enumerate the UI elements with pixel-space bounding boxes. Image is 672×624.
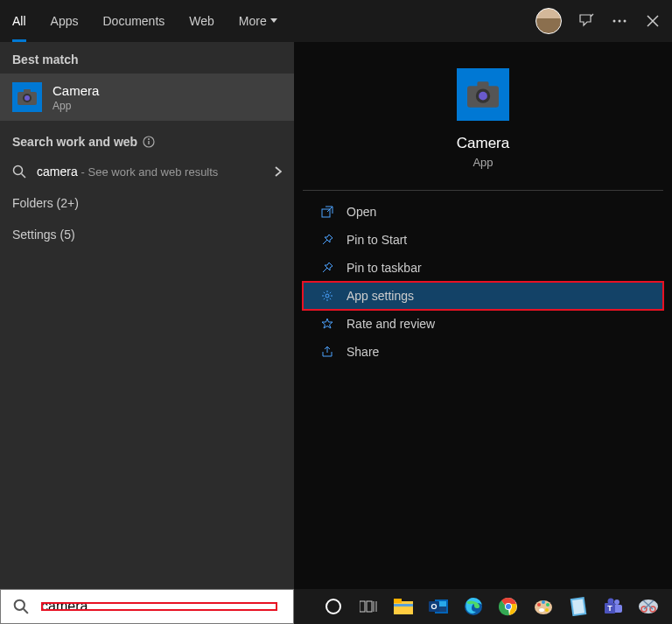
- edge-icon[interactable]: [462, 595, 485, 618]
- svg-point-38: [542, 600, 545, 604]
- best-match-item[interactable]: Camera App: [0, 74, 294, 121]
- user-avatar[interactable]: [536, 8, 562, 34]
- svg-text:O: O: [430, 602, 437, 611]
- chevron-right-icon: [275, 166, 282, 177]
- search-icon: [12, 165, 26, 179]
- notepad-icon[interactable]: [567, 595, 590, 618]
- svg-rect-9: [148, 141, 149, 144]
- svg-rect-24: [394, 601, 413, 614]
- svg-rect-4: [24, 89, 31, 93]
- action-label: Rate and review: [346, 317, 435, 331]
- svg-point-2: [624, 20, 626, 23]
- search-box[interactable]: [0, 589, 294, 624]
- close-icon[interactable]: [644, 12, 662, 30]
- chevron-down-icon: [270, 18, 277, 24]
- search-query: camera: [37, 165, 78, 179]
- web-search-item[interactable]: camera - See work and web results: [0, 156, 294, 187]
- svg-point-0: [613, 20, 616, 23]
- svg-point-1: [619, 20, 621, 23]
- file-explorer-icon[interactable]: [392, 595, 415, 618]
- action-label: Share: [346, 345, 379, 359]
- action-label: Pin to Start: [346, 233, 407, 247]
- svg-point-40: [545, 608, 549, 612]
- best-match-title: Camera: [52, 83, 99, 98]
- best-match-text: Camera App: [52, 83, 99, 112]
- preview-panel: Camera App Open Pin to Start Pin to task…: [294, 42, 672, 589]
- action-rate-review[interactable]: Rate and review: [303, 310, 663, 338]
- search-icon: [13, 599, 29, 614]
- tab-apps[interactable]: Apps: [38, 0, 91, 42]
- settings-section[interactable]: Settings (5): [0, 219, 294, 250]
- outlook-icon[interactable]: O: [427, 595, 450, 618]
- best-match-subtitle: App: [52, 100, 99, 112]
- svg-line-11: [22, 174, 26, 179]
- svg-rect-25: [394, 599, 402, 603]
- svg-point-10: [14, 166, 23, 175]
- action-open[interactable]: Open: [303, 198, 663, 226]
- top-bar: All Apps Documents Web More: [0, 0, 672, 42]
- action-list: Open Pin to Start Pin to taskbar App set…: [303, 198, 663, 366]
- feedback-icon[interactable]: [578, 12, 595, 30]
- svg-point-15: [479, 92, 487, 101]
- preview-header: Camera App: [303, 42, 663, 181]
- svg-point-35: [506, 604, 511, 609]
- action-share[interactable]: Share: [303, 338, 663, 366]
- svg-line-19: [24, 609, 28, 613]
- results-panel: Best match Camera App Search work and we…: [0, 42, 294, 589]
- svg-point-8: [148, 138, 150, 140]
- svg-point-17: [326, 294, 329, 298]
- cortana-icon[interactable]: [322, 595, 345, 618]
- action-label: Open: [346, 205, 376, 219]
- teams-icon[interactable]: T: [602, 595, 625, 618]
- svg-rect-20: [360, 601, 365, 612]
- action-label: Pin to taskbar: [346, 261, 422, 275]
- search-web-header-label: Search work and web: [12, 135, 137, 149]
- best-match-header: Best match: [0, 42, 294, 74]
- svg-rect-43: [572, 599, 584, 614]
- tab-more[interactable]: More: [227, 0, 290, 42]
- gear-icon: [320, 289, 334, 303]
- taskbar-area: O T: [0, 589, 672, 624]
- search-tabs: All Apps Documents Web More: [0, 0, 290, 42]
- tab-all[interactable]: All: [0, 0, 38, 42]
- share-icon: [320, 345, 334, 359]
- snip-icon[interactable]: [637, 595, 660, 618]
- info-icon: [143, 136, 155, 148]
- svg-point-37: [537, 603, 541, 606]
- action-pin-start[interactable]: Pin to Start: [303, 226, 663, 254]
- svg-point-41: [539, 608, 544, 612]
- search-input[interactable]: [41, 599, 277, 614]
- camera-app-icon: [12, 82, 42, 112]
- tab-more-label: More: [239, 14, 267, 28]
- divider: [303, 190, 663, 191]
- svg-point-18: [15, 600, 24, 610]
- tab-documents[interactable]: Documents: [90, 0, 177, 42]
- search-highlight-box: [38, 599, 281, 614]
- open-icon: [320, 205, 334, 219]
- star-icon: [320, 317, 334, 331]
- top-right-controls: [536, 8, 662, 34]
- svg-text:T: T: [607, 604, 612, 613]
- task-view-icon[interactable]: [357, 595, 380, 618]
- camera-app-icon-large: [457, 68, 509, 121]
- paint-icon[interactable]: [532, 595, 555, 618]
- action-app-settings[interactable]: App settings: [303, 282, 663, 310]
- svg-point-39: [546, 603, 550, 606]
- action-pin-taskbar[interactable]: Pin to taskbar: [303, 254, 663, 282]
- taskbar: O T: [294, 589, 672, 624]
- preview-subtitle: App: [472, 156, 493, 169]
- svg-point-6: [24, 95, 30, 101]
- svg-rect-21: [367, 601, 372, 612]
- folders-section[interactable]: Folders (2+): [0, 187, 294, 219]
- action-label: App settings: [346, 289, 414, 303]
- more-options-icon[interactable]: [611, 12, 628, 30]
- pin-icon: [320, 233, 334, 247]
- svg-rect-26: [394, 604, 413, 606]
- svg-rect-13: [477, 81, 488, 88]
- main-area: Best match Camera App Search work and we…: [0, 42, 672, 589]
- tab-web[interactable]: Web: [177, 0, 227, 42]
- search-hint: - See work and web results: [81, 165, 219, 179]
- chrome-icon[interactable]: [497, 595, 520, 618]
- search-web-header: Search work and web: [0, 121, 294, 156]
- pin-taskbar-icon: [320, 261, 334, 275]
